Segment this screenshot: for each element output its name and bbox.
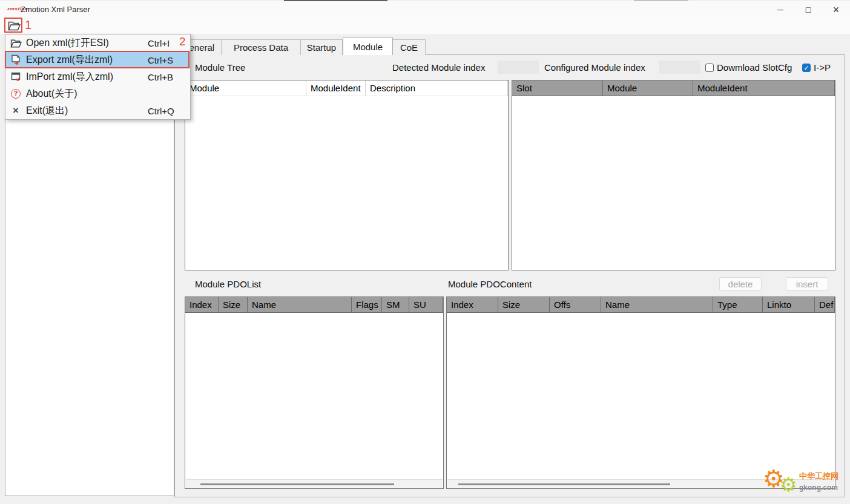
- download-slotcfg-option[interactable]: Dowmload SlotCfg: [705, 62, 792, 73]
- column-header-module[interactable]: Module: [185, 80, 306, 96]
- insert-button[interactable]: insert: [786, 277, 828, 291]
- window-title: Zmotion Xml Parser: [21, 5, 90, 14]
- download-slotcfg-label: Dowmload SlotCfg: [717, 62, 792, 73]
- help-icon: ?: [5, 89, 26, 99]
- i-to-p-option[interactable]: ✓ I->P: [802, 62, 831, 73]
- slot-table[interactable]: Slot Module ModuleIdent: [512, 80, 835, 270]
- module-pdocontent-label: Module PDOContent: [448, 279, 532, 289]
- column-header-description[interactable]: Description: [366, 80, 508, 96]
- column-header-size[interactable]: Size: [219, 297, 248, 313]
- column-header-def[interactable]: Def: [815, 297, 835, 313]
- column-header-module[interactable]: Module: [603, 80, 693, 96]
- configured-module-index-field[interactable]: [659, 61, 700, 74]
- pdocontent-table[interactable]: Index Size Offs Name Type Linkto Def: [446, 296, 835, 489]
- column-header-sm[interactable]: SM: [382, 297, 409, 313]
- watermark-text: 中华工控网 gkong.com: [799, 470, 838, 493]
- download-slotcfg-checkbox[interactable]: [705, 64, 714, 72]
- module-tree-table[interactable]: Module ModuleIdent Description: [185, 80, 509, 270]
- app-window: zmotion Zmotion Xml Parser ─ □ × 1 Gener…: [0, 0, 850, 504]
- maximize-button[interactable]: □: [794, 1, 822, 18]
- close-icon: ×: [5, 106, 26, 116]
- tab-module[interactable]: Module: [343, 38, 393, 55]
- folder-open-icon: [5, 39, 26, 48]
- delete-button[interactable]: delete: [719, 277, 762, 291]
- module-tree-label: Module Tree: [195, 62, 245, 73]
- annotation-number-2: 2: [179, 35, 186, 48]
- configured-module-index-label: Configured Module index: [544, 62, 645, 73]
- annotation-box-step1: [4, 18, 22, 33]
- column-header-moduleident[interactable]: ModuleIdent: [306, 80, 366, 96]
- watermark-site-name: 中华工控网: [799, 471, 838, 480]
- column-header-type[interactable]: Type: [713, 297, 763, 313]
- pdocontent-table-header: Index Size Offs Name Type Linkto Def: [447, 297, 835, 313]
- import-file-icon: [5, 72, 26, 82]
- column-header-flags[interactable]: Flags: [352, 297, 382, 313]
- i-to-p-label: I->P: [814, 62, 831, 73]
- column-header-offs[interactable]: Offs: [550, 297, 601, 313]
- column-header-name[interactable]: Name: [248, 297, 352, 313]
- pdocontent-scrollbar-thumb[interactable]: [458, 483, 670, 485]
- close-button[interactable]: ×: [822, 1, 850, 18]
- annotation-number-1: 1: [25, 18, 31, 32]
- menu-item-about[interactable]: ? About(关于): [5, 85, 190, 102]
- tab-process-data[interactable]: Process Data: [222, 39, 301, 55]
- column-header-su[interactable]: SU: [409, 297, 443, 313]
- menu-item-open-xml[interactable]: Open xml(打开ESI) Ctrl+I: [5, 34, 190, 51]
- detected-module-index-label: Detected Module index: [392, 62, 485, 73]
- column-header-linkto[interactable]: Linkto: [763, 297, 815, 313]
- gkong-watermark: ⚙ ⚙ 中华工控网 gkong.com: [762, 465, 846, 499]
- minimize-button[interactable]: ─: [766, 1, 794, 18]
- watermark-site-url: gkong.com: [799, 483, 838, 492]
- title-bar[interactable]: zmotion Zmotion Xml Parser ─ □ ×: [0, 1, 850, 18]
- detected-module-index-field[interactable]: [498, 61, 539, 74]
- column-header-moduleident[interactable]: ModuleIdent: [693, 80, 835, 96]
- column-header-name[interactable]: Name: [601, 297, 713, 313]
- pdolist-table-header: Index Size Name Flags SM SU: [185, 297, 443, 313]
- slot-table-header: Slot Module ModuleIdent: [512, 80, 835, 96]
- menu-item-import-zml[interactable]: ImPort zml(导入zml) Ctrl+B: [5, 68, 190, 85]
- tab-bar: General Process Data Startup Module CoE: [175, 38, 426, 55]
- column-header-slot[interactable]: Slot: [512, 80, 603, 96]
- column-header-index[interactable]: Index: [447, 297, 498, 313]
- tab-startup[interactable]: Startup: [301, 39, 343, 55]
- column-header-size[interactable]: Size: [498, 297, 550, 313]
- column-header-index[interactable]: Index: [185, 297, 219, 313]
- pdolist-scrollbar-thumb[interactable]: [200, 483, 394, 485]
- window-controls: ─ □ ×: [766, 1, 850, 18]
- module-pdolist-label: Module PDOList: [195, 279, 261, 289]
- menu-item-exit[interactable]: × Exit(退出) Ctrl+Q: [5, 102, 190, 119]
- gear-icon: ⚙: [780, 475, 797, 494]
- pdolist-table[interactable]: Index Size Name Flags SM SU: [185, 296, 444, 489]
- file-menu: Open xml(打开ESI) Ctrl+I Export zml(导出zml)…: [5, 34, 191, 120]
- tab-coe[interactable]: CoE: [393, 39, 426, 55]
- pdolist-horizontal-scrollbar[interactable]: [186, 479, 443, 488]
- module-tree-table-header: Module ModuleIdent Description: [185, 80, 508, 96]
- annotation-box-step2: [5, 51, 189, 68]
- toolbar: [0, 18, 850, 34]
- i-to-p-checkbox[interactable]: ✓: [802, 64, 811, 72]
